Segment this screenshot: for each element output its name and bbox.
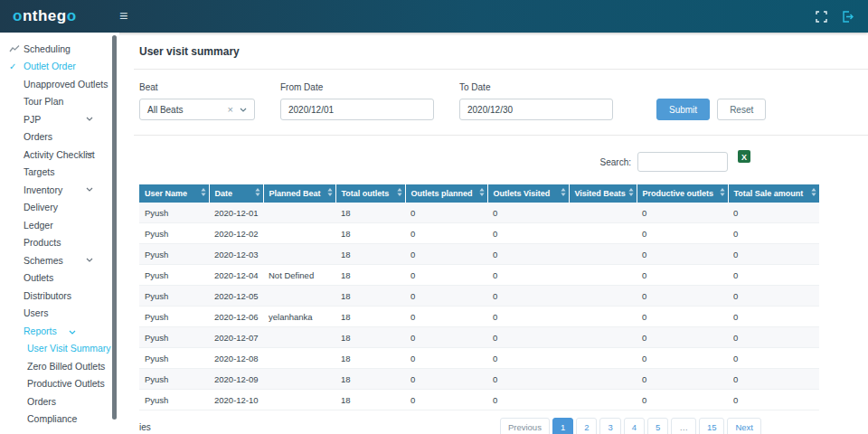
sidebar-item-productive-outlets[interactable]: Productive Outlets — [0, 375, 119, 393]
navbar-right-icons — [816, 11, 868, 23]
sidebar-item-user-visit-summary[interactable]: User Visit Summary — [0, 340, 119, 358]
sidebar-item-schemes[interactable]: Schemes — [0, 251, 119, 269]
column-header-user-name[interactable]: User Name — [139, 184, 209, 203]
page-button-2[interactable]: 2 — [576, 418, 597, 434]
column-header-productive-outlets[interactable]: Productive outlets — [637, 184, 728, 203]
menu-toggle-icon[interactable]: ≡ — [119, 9, 127, 24]
sidebar-item-label: Outlet Order — [24, 61, 76, 71]
svg-text:X: X — [741, 153, 747, 162]
sidebar-item-orders[interactable]: Orders — [0, 128, 119, 146]
sidebar-item-compliance[interactable]: Compliance — [0, 410, 119, 429]
column-header-label: User Name — [145, 189, 187, 198]
beat-select[interactable]: All Beats × — [139, 99, 255, 120]
page-button-5[interactable]: 5 — [647, 418, 668, 434]
sidebar-item-orders[interactable]: Orders — [0, 392, 119, 410]
sidebar-item-ledger[interactable]: Ledger — [0, 216, 119, 234]
table-cell: Pyush — [139, 286, 209, 307]
search-input[interactable] — [637, 152, 728, 172]
sidebar-item-unapproved-outlets[interactable]: Unapproved Outlets — [0, 75, 119, 93]
logo-o-last: o — [67, 7, 77, 24]
sidebar-item-label: Orders — [27, 396, 56, 407]
page-button-4[interactable]: 4 — [624, 418, 645, 434]
column-header-planned-beat[interactable]: Planned Beat — [263, 184, 335, 203]
chevron-down-icon — [86, 258, 93, 262]
sidebar-item-label: Tour Plan — [24, 96, 63, 107]
table-cell: 18 — [335, 307, 405, 327]
to-date-input[interactable] — [459, 99, 613, 120]
sidebar-item-targets[interactable]: Targets — [0, 164, 119, 182]
table-cell — [569, 223, 637, 244]
table-cell: 0 — [405, 348, 487, 369]
sidebar-scrollbar[interactable] — [112, 35, 118, 431]
table-cell: 18 — [335, 265, 405, 286]
clear-selection-icon[interactable]: × — [228, 104, 233, 115]
table-cell — [263, 390, 335, 410]
table-cell: 18 — [335, 390, 405, 410]
chevron-down-icon — [86, 117, 93, 121]
table-cell: 2020-12-01 — [209, 203, 263, 223]
page-button-3[interactable]: 3 — [599, 418, 620, 434]
sidebar-item-users[interactable]: Users — [0, 305, 119, 323]
column-header-date[interactable]: Date — [209, 184, 263, 203]
sidebar-item-activity-checklist[interactable]: Activity Checklist — [0, 146, 119, 164]
table-cell: Pyush — [139, 348, 209, 369]
table-cell: 2020-12-10 — [209, 390, 263, 410]
submit-button[interactable]: Submit — [656, 99, 710, 120]
from-date-input[interactable] — [280, 99, 434, 120]
table-cell: 2020-12-09 — [209, 369, 263, 390]
sidebar-item-distributors[interactable]: Distributors — [0, 287, 119, 305]
column-header-label: Total Sale amount — [734, 189, 804, 198]
sidebar-item-scheduling[interactable]: Scheduling — [0, 40, 119, 58]
sort-icon — [561, 188, 566, 198]
sidebar-item-label: Activity Checklist — [24, 149, 95, 160]
sidebar-item-inventory[interactable]: Inventory — [0, 181, 119, 199]
table-cell: 0 — [487, 327, 569, 348]
table-cell: 18 — [335, 348, 405, 369]
column-header-outlets-planned[interactable]: Outlets planned — [405, 184, 487, 203]
sidebar-item-reports[interactable]: Reports — [0, 322, 119, 340]
table-cell: 0 — [637, 286, 728, 307]
sort-icon — [628, 188, 634, 198]
column-header-label: Productive outlets — [643, 189, 714, 198]
table-cell: Pyush — [139, 390, 209, 410]
sidebar-item-label: Inventory — [24, 184, 62, 195]
next-page-button[interactable]: Next — [727, 418, 761, 434]
table-cell: 0 — [487, 265, 569, 286]
sidebar-item-outlet-order[interactable]: ✓Outlet Order — [0, 58, 119, 76]
column-header-visited-beats[interactable]: Visited Beats — [569, 184, 637, 203]
logout-icon[interactable] — [842, 11, 854, 23]
table-cell: 0 — [487, 244, 569, 265]
column-header-outlets-visited[interactable]: Outlets Visited — [487, 184, 569, 203]
reset-button[interactable]: Reset — [717, 99, 766, 120]
table-cell — [569, 286, 637, 307]
fullscreen-icon[interactable] — [816, 11, 827, 23]
table-cell: 2020-12-04 — [209, 265, 263, 286]
column-header-total-outlets[interactable]: Total outlets — [335, 184, 405, 203]
from-date-group: From Date — [280, 82, 434, 120]
user-visit-table: User NameDatePlanned BeatTotal outletsOu… — [139, 184, 820, 410]
page-button-1[interactable]: 1 — [552, 418, 573, 434]
chevron-down-icon — [86, 187, 93, 192]
sidebar-item-outlets[interactable]: Outlets — [0, 269, 119, 288]
table-cell: 0 — [487, 369, 569, 390]
sidebar-item-tour-plan[interactable]: Tour Plan — [0, 93, 119, 111]
scrollbar-thumb[interactable] — [112, 35, 117, 420]
sidebar-item-pjp[interactable]: PJP — [0, 110, 119, 128]
table-cell: 0 — [487, 286, 569, 307]
page-button-15[interactable]: 15 — [699, 418, 725, 434]
table-cell: Pyush — [139, 244, 209, 265]
previous-page-button[interactable]: Previous — [500, 418, 550, 434]
table-cell: 2020-12-08 — [209, 348, 263, 369]
table-cell — [569, 203, 637, 223]
sidebar-item-products[interactable]: Products — [0, 234, 119, 252]
table-cell: 0 — [487, 390, 569, 410]
pagination: Previous12345…15Next — [500, 418, 761, 434]
excel-export-icon[interactable]: X — [738, 150, 750, 163]
column-header-total-sale-amount[interactable]: Total Sale amount — [728, 184, 819, 203]
table-cell: 0 — [637, 327, 728, 348]
sidebar-item-zero-billed-outlets[interactable]: Zero Billed Outlets — [0, 357, 119, 375]
table-row: Pyush2020-12-10180000 — [139, 390, 819, 410]
table-cell: 2020-12-02 — [209, 223, 263, 244]
page-title: User visit summary — [139, 45, 852, 58]
sidebar-item-delivery[interactable]: Delivery — [0, 199, 119, 217]
